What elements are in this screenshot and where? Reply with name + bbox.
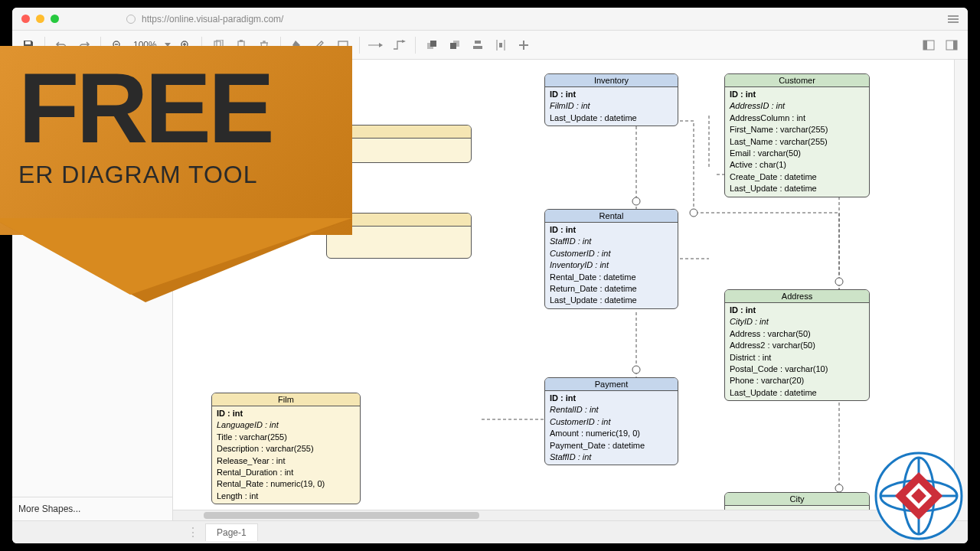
connector-waypoint-icon[interactable] bbox=[389, 35, 409, 55]
entity-column: Last_Update : datetime bbox=[550, 112, 673, 124]
banner-title: FREE bbox=[18, 61, 329, 156]
svg-point-30 bbox=[690, 209, 697, 217]
entity-column: Email : varchar(50) bbox=[730, 148, 864, 159]
svg-point-33 bbox=[835, 278, 843, 285]
entity-column: CustomerID : int bbox=[550, 416, 673, 428]
promo-banner: FREE ER DIAGRAM TOOL bbox=[0, 46, 352, 235]
app-logo-icon bbox=[873, 450, 965, 542]
tab-bar: ⋮ Page-1 bbox=[12, 520, 968, 543]
entity-column: Payment_Date : datetime bbox=[550, 440, 673, 452]
entity-column: FilmID : int bbox=[550, 100, 673, 112]
entity-column: AddressID : int bbox=[730, 100, 864, 112]
url-text: https://online.visual-paradigm.com/ bbox=[142, 14, 283, 24]
entity-column: AddressColumn : int bbox=[730, 112, 864, 124]
entity-column: ID : int bbox=[217, 408, 355, 419]
entity-column: Postal_Code : varchar(10) bbox=[730, 364, 864, 375]
entity-column: StaffID : int bbox=[550, 452, 673, 463]
entity-column: ID : int bbox=[730, 305, 864, 316]
entity-header: City bbox=[725, 493, 869, 506]
menu-icon[interactable] bbox=[948, 15, 959, 23]
entity-film[interactable]: Film ID : intLanguageID : intTitle : var… bbox=[211, 393, 361, 504]
entity-column: Rental_Rate : numeric(19, 0) bbox=[217, 478, 355, 490]
titlebar: https://online.visual-paradigm.com/ bbox=[12, 8, 968, 31]
align-icon[interactable] bbox=[468, 35, 488, 55]
entity-column: Address2 : varchar(50) bbox=[730, 340, 864, 351]
entity-column: LanguageID : int bbox=[217, 419, 355, 431]
panel-right-icon[interactable] bbox=[942, 35, 962, 55]
entity-column: Last_Update : datetime bbox=[550, 295, 673, 306]
entity-column: ID : int bbox=[730, 89, 864, 100]
entity-column: Amount : numeric(19, 0) bbox=[550, 428, 673, 439]
entity-payment[interactable]: Payment ID : intRentalID : intCustomerID… bbox=[544, 377, 678, 465]
svg-rect-23 bbox=[499, 43, 502, 47]
close-icon[interactable] bbox=[21, 15, 30, 23]
entity-column: Rental_Date : datetime bbox=[550, 272, 673, 283]
entity-header: Address bbox=[725, 290, 869, 303]
svg-rect-27 bbox=[923, 41, 927, 50]
entity-column: InventoryID : int bbox=[550, 259, 673, 271]
entity-column: District : int bbox=[730, 352, 864, 364]
entity-header: Film bbox=[212, 393, 360, 406]
entity-column: Release_Year : int bbox=[217, 455, 355, 467]
entity-header: Payment bbox=[545, 378, 678, 391]
entity-column: Last_Update : datetime bbox=[730, 183, 864, 194]
horizontal-scrollbar[interactable] bbox=[173, 510, 954, 520]
entity-column: CustomerID : int bbox=[550, 248, 673, 259]
connector-start-icon[interactable] bbox=[366, 35, 386, 55]
svg-rect-29 bbox=[953, 41, 957, 50]
entity-header: Inventory bbox=[545, 74, 678, 87]
to-front-icon[interactable] bbox=[422, 35, 442, 55]
entity-header: Rental bbox=[545, 210, 678, 223]
tab-page1[interactable]: Page-1 bbox=[205, 523, 258, 541]
entity-column: ID : int bbox=[550, 89, 673, 100]
entity-address[interactable]: Address ID : intCityID : intAddress : va… bbox=[724, 289, 870, 401]
panel-left-icon[interactable] bbox=[919, 35, 939, 55]
entity-column: Return_Date : datetime bbox=[550, 283, 673, 295]
svg-rect-20 bbox=[473, 46, 482, 49]
svg-point-34 bbox=[835, 484, 843, 492]
url-bar[interactable]: https://online.visual-paradigm.com/ bbox=[126, 14, 283, 24]
svg-rect-16 bbox=[430, 41, 436, 47]
entity-column: CityID : int bbox=[730, 316, 864, 328]
svg-rect-18 bbox=[450, 43, 456, 49]
entity-column: StaffID : int bbox=[550, 236, 673, 247]
reload-icon[interactable] bbox=[126, 15, 136, 24]
entity-header: Customer bbox=[725, 74, 869, 87]
entity-column: Active : char(1) bbox=[730, 159, 864, 171]
maximize-icon[interactable] bbox=[51, 15, 59, 23]
to-back-icon[interactable] bbox=[445, 35, 465, 55]
entity-rental[interactable]: Rental ID : intStaffID : intCustomerID :… bbox=[544, 209, 678, 309]
add-icon[interactable] bbox=[514, 35, 534, 55]
banner-subtitle: ER DIAGRAM TOOL bbox=[18, 161, 329, 189]
entity-column: Address : varchar(50) bbox=[730, 328, 864, 340]
svg-rect-10 bbox=[240, 40, 243, 42]
entity-column: Title : varchar(255) bbox=[217, 432, 355, 443]
more-shapes-button[interactable]: More Shapes... bbox=[12, 497, 172, 520]
distribute-icon[interactable] bbox=[491, 35, 511, 55]
entity-column: Create_Date : datetime bbox=[730, 171, 864, 183]
entity-column: Length : int bbox=[217, 491, 355, 502]
entity-column: First_Name : varchar(255) bbox=[730, 124, 864, 135]
entity-column: ID : int bbox=[550, 393, 673, 404]
svg-rect-19 bbox=[475, 41, 481, 44]
entity-column: RentalID : int bbox=[550, 404, 673, 416]
entity-column: Phone : varchar(20) bbox=[730, 375, 864, 386]
minimize-icon[interactable] bbox=[36, 15, 44, 23]
tab-grip-icon[interactable]: ⋮ bbox=[181, 525, 205, 540]
svg-point-32 bbox=[632, 366, 640, 373]
entity-column: Rental_Duration : int bbox=[217, 467, 355, 478]
banner-tail-icon bbox=[0, 218, 352, 318]
entity-column: Last_Update : datetime bbox=[730, 387, 864, 399]
entity-column: Description : varchar(255) bbox=[217, 443, 355, 455]
entity-column: Last_Name : varchar(255) bbox=[730, 136, 864, 148]
entity-column: ID : int bbox=[550, 224, 673, 236]
svg-point-31 bbox=[632, 197, 640, 205]
entity-inventory[interactable]: Inventory ID : intFilmID : intLast_Updat… bbox=[544, 73, 678, 126]
entity-customer[interactable]: Customer ID : intAddressID : intAddressC… bbox=[724, 73, 870, 197]
